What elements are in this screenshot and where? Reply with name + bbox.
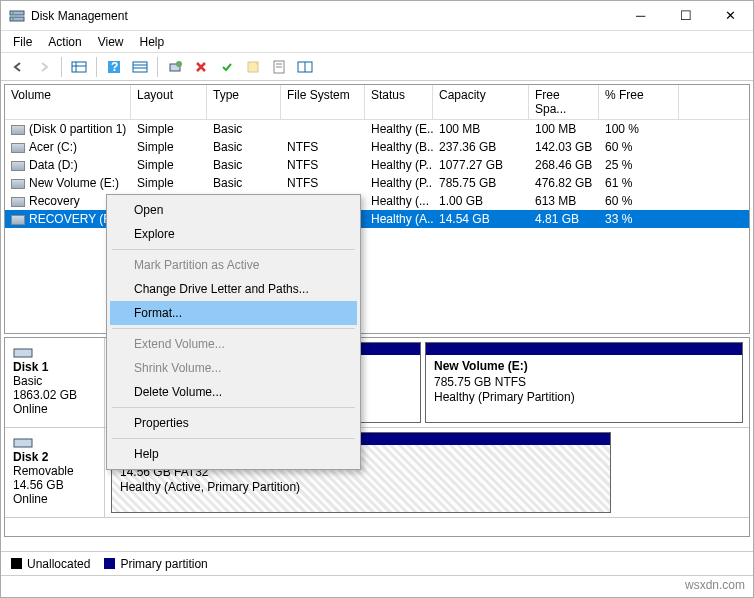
legend-unallocated-swatch bbox=[11, 558, 22, 569]
volume-row[interactable]: (Disk 0 partition 1)SimpleBasicHealthy (… bbox=[5, 120, 749, 138]
legend: Unallocated Primary partition bbox=[1, 551, 753, 575]
new-icon[interactable] bbox=[242, 56, 264, 78]
ctx-open[interactable]: Open bbox=[110, 198, 357, 222]
check-icon[interactable] bbox=[216, 56, 238, 78]
view-options-button[interactable] bbox=[68, 56, 90, 78]
col-status[interactable]: Status bbox=[365, 85, 433, 119]
col-free[interactable]: Free Spa... bbox=[529, 85, 599, 119]
svg-rect-20 bbox=[14, 349, 32, 357]
col-volume[interactable]: Volume bbox=[5, 85, 131, 119]
volume-row[interactable]: Data (D:)SimpleBasicNTFSHealthy (P...107… bbox=[5, 156, 749, 174]
ctx-change-drive-letter[interactable]: Change Drive Letter and Paths... bbox=[110, 277, 357, 301]
legend-primary-swatch bbox=[104, 558, 115, 569]
svg-point-2 bbox=[12, 12, 14, 14]
detail-view-icon[interactable] bbox=[129, 56, 151, 78]
refresh-icon[interactable] bbox=[164, 56, 186, 78]
col-filesystem[interactable]: File System bbox=[281, 85, 365, 119]
svg-rect-21 bbox=[14, 439, 32, 447]
ctx-format[interactable]: Format... bbox=[110, 301, 357, 325]
maximize-button[interactable]: ☐ bbox=[663, 1, 708, 30]
svg-point-3 bbox=[12, 18, 14, 20]
ctx-extend-volume: Extend Volume... bbox=[110, 332, 357, 356]
status-bar: wsxdn.com bbox=[1, 575, 753, 595]
volume-icon bbox=[11, 161, 25, 171]
svg-text:?: ? bbox=[111, 60, 118, 74]
column-headers: Volume Layout Type File System Status Ca… bbox=[5, 85, 749, 120]
volume-row[interactable]: Acer (C:)SimpleBasicNTFSHealthy (B...237… bbox=[5, 138, 749, 156]
col-type[interactable]: Type bbox=[207, 85, 281, 119]
ctx-shrink-volume: Shrink Volume... bbox=[110, 356, 357, 380]
close-button[interactable]: ✕ bbox=[708, 1, 753, 30]
forward-button[interactable] bbox=[33, 56, 55, 78]
partition-new-volume[interactable]: New Volume (E:) 785.75 GB NTFS Healthy (… bbox=[425, 342, 743, 423]
disk-icon bbox=[13, 436, 33, 450]
volume-icon bbox=[11, 215, 25, 225]
volume-row[interactable]: New Volume (E:)SimpleBasicNTFSHealthy (P… bbox=[5, 174, 749, 192]
ctx-properties[interactable]: Properties bbox=[110, 411, 357, 435]
menu-help[interactable]: Help bbox=[134, 33, 171, 51]
ctx-help[interactable]: Help bbox=[110, 442, 357, 466]
minimize-button[interactable]: ─ bbox=[618, 1, 663, 30]
disk-icon bbox=[13, 346, 33, 360]
volume-icon bbox=[11, 125, 25, 135]
app-icon bbox=[9, 8, 25, 24]
col-capacity[interactable]: Capacity bbox=[433, 85, 529, 119]
svg-rect-4 bbox=[72, 62, 86, 72]
disk-info[interactable]: Disk 2 Removable 14.56 GB Online bbox=[5, 428, 105, 517]
properties-icon[interactable] bbox=[268, 56, 290, 78]
volume-icon bbox=[11, 197, 25, 207]
list-view-icon[interactable] bbox=[294, 56, 316, 78]
delete-icon[interactable] bbox=[190, 56, 212, 78]
menu-file[interactable]: File bbox=[7, 33, 38, 51]
menu-action[interactable]: Action bbox=[42, 33, 87, 51]
col-layout[interactable]: Layout bbox=[131, 85, 207, 119]
volume-icon bbox=[11, 143, 25, 153]
ctx-explore[interactable]: Explore bbox=[110, 222, 357, 246]
disk-info[interactable]: Disk 1 Basic 1863.02 GB Online bbox=[5, 338, 105, 427]
volume-icon bbox=[11, 179, 25, 189]
menubar: File Action View Help bbox=[1, 31, 753, 53]
ctx-mark-active: Mark Partition as Active bbox=[110, 253, 357, 277]
titlebar: Disk Management ─ ☐ ✕ bbox=[1, 1, 753, 31]
back-button[interactable] bbox=[7, 56, 29, 78]
svg-point-13 bbox=[176, 61, 182, 67]
col-pctfree[interactable]: % Free bbox=[599, 85, 679, 119]
svg-rect-9 bbox=[133, 62, 147, 72]
help-icon[interactable]: ? bbox=[103, 56, 125, 78]
context-menu: Open Explore Mark Partition as Active Ch… bbox=[106, 194, 361, 470]
menu-view[interactable]: View bbox=[92, 33, 130, 51]
ctx-delete-volume[interactable]: Delete Volume... bbox=[110, 380, 357, 404]
toolbar: ? bbox=[1, 53, 753, 81]
window-title: Disk Management bbox=[31, 9, 128, 23]
